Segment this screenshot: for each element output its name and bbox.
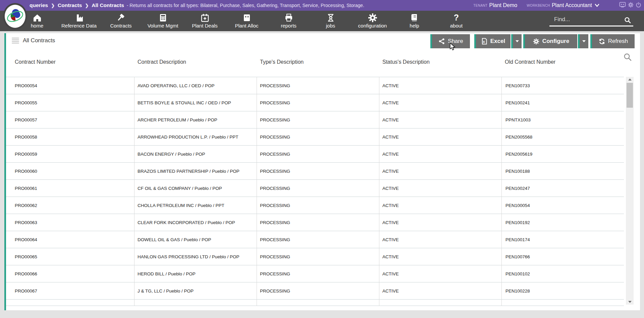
- scrollbar-thumb[interactable]: [627, 83, 633, 108]
- excel-dropdown-button[interactable]: [511, 34, 522, 48]
- gavel-icon: [116, 13, 126, 22]
- query-description: - Returns all contracts for all types: B…: [127, 3, 364, 8]
- column-divider: [379, 77, 379, 306]
- refresh-button[interactable]: Refresh: [590, 34, 635, 48]
- table-row[interactable]: PRO00062 CHOLLA PETROLEUM INC / Pueblo /…: [6, 197, 624, 214]
- nav-item-help[interactable]: help: [393, 11, 435, 31]
- table-row[interactable]: PRO00054 AVAD OPERATING, LLC / OED / POP…: [6, 77, 624, 94]
- nav-item-about[interactable]: ? about: [435, 11, 477, 31]
- page-title: All Contracts: [23, 37, 55, 44]
- nav-item-volume-mgmt[interactable]: Volume Mgmt: [142, 11, 184, 31]
- support-screen-icon[interactable]: [619, 2, 626, 9]
- workbench-value[interactable]: Plant Accountant: [552, 2, 592, 8]
- nav-item-plant-alloc[interactable]: Plant Alloc: [226, 11, 268, 31]
- power-icon[interactable]: [636, 2, 641, 9]
- question-mark-icon: ?: [454, 13, 459, 22]
- table-row[interactable]: PRO00063 CLEAR FORK INCORPORATED / Puebl…: [6, 214, 624, 231]
- nav-item-jobs[interactable]: jobs: [310, 11, 352, 31]
- find-input[interactable]: Find...: [549, 13, 633, 26]
- grid-end-border: [6, 306, 624, 306]
- breadcrumb: queries ❯ Contracts ❯ All Contracts - Re…: [30, 0, 364, 11]
- tenant-value: Plant Demo: [489, 2, 518, 8]
- printer-icon: [284, 13, 293, 22]
- factory-icon: [74, 13, 84, 22]
- workbench-label: WORKBENCH: [527, 4, 550, 7]
- table-row[interactable]: PRO00066 HEROD BILL / Pueblo / POP PROCE…: [6, 265, 624, 282]
- scroll-down-arrow[interactable]: [628, 301, 632, 303]
- table-row[interactable]: PRO00064 DOWELL OIL & GAS / Pueblo / POP…: [6, 231, 624, 248]
- breadcrumb-contracts[interactable]: Contracts: [58, 2, 82, 8]
- grid-partial-row-border: [6, 299, 624, 300]
- nav-item-configuration[interactable]: configuration: [352, 11, 393, 31]
- excel-icon: x: [481, 38, 487, 45]
- column-divider: [257, 77, 257, 306]
- chevron-right-icon: ❯: [51, 3, 55, 8]
- vertical-scrollbar[interactable]: [626, 77, 634, 305]
- grid-search-icon[interactable]: [623, 53, 632, 63]
- session-info: TENANT Plant Demo WORKBENCH Plant Accoun…: [473, 0, 599, 11]
- home-icon: [33, 13, 42, 22]
- breadcrumb-queries[interactable]: queries: [30, 2, 48, 8]
- column-header[interactable]: Status's Description: [382, 59, 430, 65]
- configure-gear-icon: [533, 38, 539, 45]
- main-nav: home Reference Data Contracts Volume Mgm…: [0, 11, 644, 31]
- hourglass-icon: [326, 13, 335, 22]
- excel-button[interactable]: x Excel: [474, 34, 511, 48]
- tenant-label: TENANT: [473, 4, 487, 7]
- share-icon: [439, 38, 445, 44]
- chevron-down-icon[interactable]: [595, 4, 599, 7]
- list-icon: [12, 38, 19, 44]
- refresh-icon: [599, 38, 605, 45]
- book-icon: [410, 13, 419, 22]
- column-header[interactable]: Type's Description: [260, 59, 304, 65]
- table-row[interactable]: PRO00061 CF OIL & GAS COMPANY / Pueblo /…: [6, 179, 624, 197]
- gear-icon: [368, 13, 377, 22]
- table-row[interactable]: PRO00058 ARROWHEAD PRODUCTION L.P. / Pue…: [6, 128, 624, 145]
- nav-item-contracts[interactable]: Contracts: [100, 11, 142, 31]
- svg-text:x: x: [483, 40, 485, 44]
- table-row[interactable]: PRO00067 J & TG, LLC / Pueblo / POP PROC…: [6, 282, 624, 299]
- table-body: PRO00054 AVAD OPERATING, LLC / OED / POP…: [6, 77, 624, 299]
- app-logo[interactable]: [3, 3, 27, 30]
- column-divider: [501, 77, 502, 306]
- table-row[interactable]: PRO00065 HANLON GAS PROCESSING LTD / Pue…: [6, 248, 624, 265]
- carton-icon: [242, 13, 252, 22]
- caret-down-icon: [516, 40, 519, 42]
- mouse-cursor: [449, 43, 456, 52]
- configure-button[interactable]: Configure: [523, 34, 577, 48]
- calculator-icon: [158, 13, 168, 22]
- table-row[interactable]: PRO00060 BRAZOS LIMITED PARTNERSHIP / Pu…: [6, 162, 624, 179]
- calendar-plus-icon: [200, 13, 210, 22]
- nav-item-plant-deals[interactable]: Plant Deals: [184, 11, 226, 31]
- table-row[interactable]: PRO00055 BETTIS BOYLE & STOVALL INC / OE…: [6, 94, 624, 111]
- nav-item-reference-data[interactable]: Reference Data: [58, 11, 100, 31]
- configure-dropdown-button[interactable]: [578, 34, 588, 48]
- nav-item-reports[interactable]: reports: [268, 11, 310, 31]
- column-header[interactable]: Contract Number: [15, 59, 56, 65]
- column-divider: [134, 77, 135, 306]
- settings-gear-icon[interactable]: [628, 2, 634, 9]
- chevron-right-icon: ❯: [85, 3, 89, 8]
- column-header[interactable]: Old Contract Number: [505, 59, 555, 65]
- breadcrumb-all-contracts[interactable]: All Contracts: [92, 2, 124, 8]
- column-header[interactable]: Contract Description: [138, 59, 186, 65]
- search-icon[interactable]: [624, 16, 631, 25]
- scroll-up-arrow[interactable]: [628, 78, 632, 81]
- caret-down-icon: [582, 40, 586, 42]
- table-row[interactable]: PRO00057 ARCHER PETROLEUM / Pueblo / POP…: [6, 111, 624, 128]
- table-row[interactable]: PRO00059 BACON ENERGY / Pueblo / POP PRO…: [6, 145, 624, 162]
- find-placeholder: Find...: [554, 16, 570, 23]
- top-bar: queries ❯ Contracts ❯ All Contracts - Re…: [0, 0, 644, 11]
